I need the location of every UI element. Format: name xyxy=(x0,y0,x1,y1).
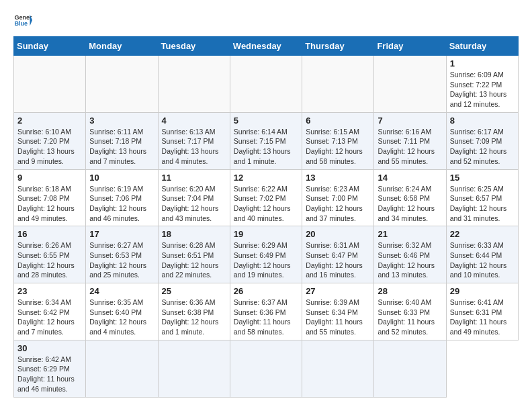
empty-cell xyxy=(302,56,374,113)
day-cell-27: 27 Sunrise: 6:39 AM Sunset: 6:34 PM Dayl… xyxy=(302,283,374,340)
weekday-header-saturday: Saturday xyxy=(446,37,518,56)
day-cell-7: 7 Sunrise: 6:16 AM Sunset: 7:11 PM Dayli… xyxy=(374,112,446,169)
day-number: 14 xyxy=(378,173,442,183)
weekday-header-wednesday: Wednesday xyxy=(230,37,302,56)
day-number: 8 xyxy=(450,116,515,126)
calendar-row-5: 30 Sunrise: 6:42 AM Sunset: 6:29 PM Dayl… xyxy=(14,340,519,397)
day-number: 25 xyxy=(162,286,226,296)
day-info: Sunrise: 6:09 AM Sunset: 7:22 PM Dayligh… xyxy=(450,70,515,109)
day-info: Sunrise: 6:10 AM Sunset: 7:20 PM Dayligh… xyxy=(17,127,82,167)
empty-cell xyxy=(374,340,446,397)
svg-text:General: General xyxy=(14,14,32,21)
day-cell-13: 13 Sunrise: 6:23 AM Sunset: 7:00 PM Dayl… xyxy=(302,169,374,226)
day-info: Sunrise: 6:23 AM Sunset: 7:00 PM Dayligh… xyxy=(306,184,370,224)
day-number: 5 xyxy=(234,116,298,126)
day-number: 19 xyxy=(234,229,298,239)
day-cell-16: 16 Sunrise: 6:26 AM Sunset: 6:55 PM Dayl… xyxy=(14,226,86,283)
day-cell-10: 10 Sunrise: 6:19 AM Sunset: 7:06 PM Dayl… xyxy=(86,169,158,226)
day-cell-2: 2 Sunrise: 6:10 AM Sunset: 7:20 PM Dayli… xyxy=(14,112,86,169)
empty-cell xyxy=(86,56,158,113)
day-info: Sunrise: 6:37 AM Sunset: 6:36 PM Dayligh… xyxy=(234,298,298,337)
day-info: Sunrise: 6:17 AM Sunset: 7:09 PM Dayligh… xyxy=(450,127,515,167)
empty-cell xyxy=(86,340,158,397)
empty-cell xyxy=(374,56,446,113)
day-number: 15 xyxy=(450,173,515,183)
day-number: 2 xyxy=(17,116,82,126)
day-cell-28: 28 Sunrise: 6:40 AM Sunset: 6:33 PM Dayl… xyxy=(374,283,446,340)
weekday-header-tuesday: Tuesday xyxy=(158,37,230,56)
day-number: 17 xyxy=(89,229,154,239)
day-number: 11 xyxy=(162,173,226,183)
day-info: Sunrise: 6:25 AM Sunset: 6:57 PM Dayligh… xyxy=(450,184,515,224)
day-cell-6: 6 Sunrise: 6:15 AM Sunset: 7:13 PM Dayli… xyxy=(302,112,374,169)
day-number: 1 xyxy=(450,58,515,68)
day-info: Sunrise: 6:22 AM Sunset: 7:02 PM Dayligh… xyxy=(234,184,298,224)
day-cell-9: 9 Sunrise: 6:18 AM Sunset: 7:08 PM Dayli… xyxy=(14,169,86,226)
day-cell-5: 5 Sunrise: 6:14 AM Sunset: 7:15 PM Dayli… xyxy=(230,112,302,169)
empty-cell xyxy=(230,56,302,113)
day-number: 18 xyxy=(162,229,226,239)
day-cell-1: 1 Sunrise: 6:09 AM Sunset: 7:22 PM Dayli… xyxy=(446,56,518,113)
day-cell-15: 15 Sunrise: 6:25 AM Sunset: 6:57 PM Dayl… xyxy=(446,169,518,226)
day-cell-14: 14 Sunrise: 6:24 AM Sunset: 6:58 PM Dayl… xyxy=(374,169,446,226)
day-number: 3 xyxy=(89,116,154,126)
day-info: Sunrise: 6:16 AM Sunset: 7:11 PM Dayligh… xyxy=(378,127,442,167)
day-number: 29 xyxy=(450,286,515,296)
day-info: Sunrise: 6:29 AM Sunset: 6:49 PM Dayligh… xyxy=(234,240,298,280)
day-cell-25: 25 Sunrise: 6:36 AM Sunset: 6:38 PM Dayl… xyxy=(158,283,230,340)
day-info: Sunrise: 6:35 AM Sunset: 6:40 PM Dayligh… xyxy=(89,298,154,337)
day-number: 28 xyxy=(378,286,442,296)
day-info: Sunrise: 6:24 AM Sunset: 6:58 PM Dayligh… xyxy=(378,184,442,224)
day-info: Sunrise: 6:15 AM Sunset: 7:13 PM Dayligh… xyxy=(306,127,370,167)
calendar-row-3: 16 Sunrise: 6:26 AM Sunset: 6:55 PM Dayl… xyxy=(14,226,519,283)
day-cell-17: 17 Sunrise: 6:27 AM Sunset: 6:53 PM Dayl… xyxy=(86,226,158,283)
calendar-row-4: 23 Sunrise: 6:34 AM Sunset: 6:42 PM Dayl… xyxy=(14,283,519,340)
day-info: Sunrise: 6:11 AM Sunset: 7:18 PM Dayligh… xyxy=(89,127,154,167)
day-cell-18: 18 Sunrise: 6:28 AM Sunset: 6:51 PM Dayl… xyxy=(158,226,230,283)
calendar-row-0: 1 Sunrise: 6:09 AM Sunset: 7:22 PM Dayli… xyxy=(14,56,519,113)
calendar-row-1: 2 Sunrise: 6:10 AM Sunset: 7:20 PM Dayli… xyxy=(14,112,519,169)
day-number: 16 xyxy=(17,229,82,239)
day-number: 27 xyxy=(306,286,370,296)
logo-icon: General Blue xyxy=(13,11,32,30)
weekday-header-row: SundayMondayTuesdayWednesdayThursdayFrid… xyxy=(14,37,519,56)
day-info: Sunrise: 6:36 AM Sunset: 6:38 PM Dayligh… xyxy=(162,298,226,337)
day-info: Sunrise: 6:19 AM Sunset: 7:06 PM Dayligh… xyxy=(89,184,154,224)
day-number: 9 xyxy=(17,173,82,183)
empty-cell xyxy=(14,56,86,113)
weekday-header-thursday: Thursday xyxy=(302,37,374,56)
day-info: Sunrise: 6:32 AM Sunset: 6:46 PM Dayligh… xyxy=(378,240,442,280)
calendar-row-2: 9 Sunrise: 6:18 AM Sunset: 7:08 PM Dayli… xyxy=(14,169,519,226)
weekday-header-friday: Friday xyxy=(374,37,446,56)
empty-cell xyxy=(158,340,230,397)
day-number: 6 xyxy=(306,116,370,126)
day-info: Sunrise: 6:26 AM Sunset: 6:55 PM Dayligh… xyxy=(17,240,82,280)
day-cell-11: 11 Sunrise: 6:20 AM Sunset: 7:04 PM Dayl… xyxy=(158,169,230,226)
day-number: 12 xyxy=(234,173,298,183)
day-number: 23 xyxy=(17,286,82,296)
day-number: 21 xyxy=(378,229,442,239)
day-number: 26 xyxy=(234,286,298,296)
logo: General Blue xyxy=(13,11,35,30)
day-number: 20 xyxy=(306,229,370,239)
day-number: 4 xyxy=(162,116,226,126)
svg-text:Blue: Blue xyxy=(14,20,28,27)
day-cell-8: 8 Sunrise: 6:17 AM Sunset: 7:09 PM Dayli… xyxy=(446,112,518,169)
day-number: 24 xyxy=(89,286,154,296)
day-info: Sunrise: 6:40 AM Sunset: 6:33 PM Dayligh… xyxy=(378,298,442,337)
day-cell-23: 23 Sunrise: 6:34 AM Sunset: 6:42 PM Dayl… xyxy=(14,283,86,340)
day-cell-19: 19 Sunrise: 6:29 AM Sunset: 6:49 PM Dayl… xyxy=(230,226,302,283)
weekday-header-sunday: Sunday xyxy=(14,37,86,56)
day-info: Sunrise: 6:28 AM Sunset: 6:51 PM Dayligh… xyxy=(162,240,226,280)
day-number: 22 xyxy=(450,229,515,239)
day-info: Sunrise: 6:33 AM Sunset: 6:44 PM Dayligh… xyxy=(450,240,515,280)
day-cell-22: 22 Sunrise: 6:33 AM Sunset: 6:44 PM Dayl… xyxy=(446,226,518,283)
day-number: 7 xyxy=(378,116,442,126)
day-info: Sunrise: 6:41 AM Sunset: 6:31 PM Dayligh… xyxy=(450,298,515,337)
day-cell-3: 3 Sunrise: 6:11 AM Sunset: 7:18 PM Dayli… xyxy=(86,112,158,169)
day-info: Sunrise: 6:42 AM Sunset: 6:29 PM Dayligh… xyxy=(17,355,82,394)
day-number: 30 xyxy=(17,343,82,353)
day-cell-4: 4 Sunrise: 6:13 AM Sunset: 7:17 PM Dayli… xyxy=(158,112,230,169)
day-cell-30: 30 Sunrise: 6:42 AM Sunset: 6:29 PM Dayl… xyxy=(14,340,86,397)
day-info: Sunrise: 6:31 AM Sunset: 6:47 PM Dayligh… xyxy=(306,240,370,280)
